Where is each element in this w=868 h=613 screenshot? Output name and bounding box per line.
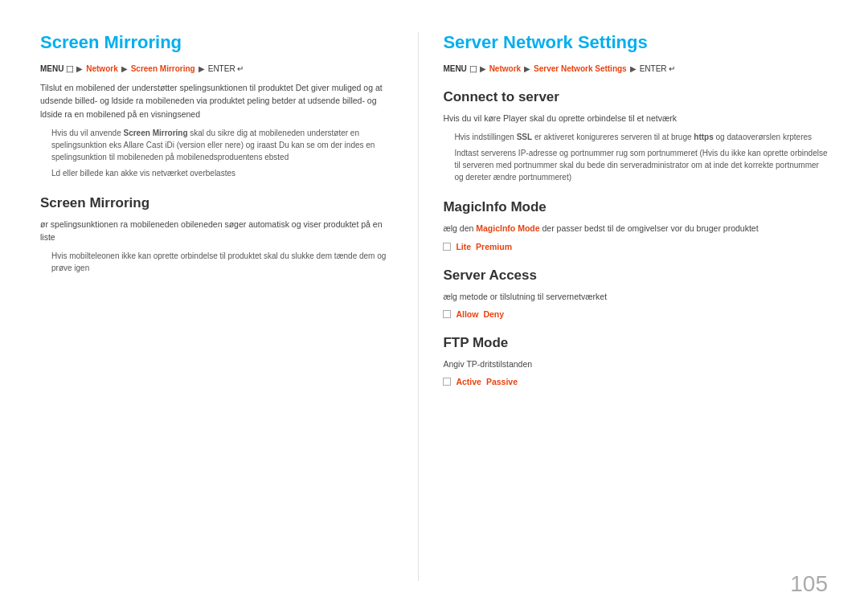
ftp-passive-label: Passive: [486, 377, 518, 386]
magicinfo-checkbox[interactable]: [443, 243, 451, 251]
left-breadcrumb: MENU ⬚ ▶ Network ▶ Screen Mirroring ▶ EN…: [40, 64, 394, 73]
right-enter-icon: ENTER ↵: [640, 64, 676, 73]
ftp-mode-checkbox[interactable]: [443, 378, 451, 386]
left-subsection-notes: Hvis mobilteleonen ikke kan oprette orbi…: [40, 250, 394, 274]
connect-note-2: Indtast serverens IP-adresse og portnumm…: [454, 147, 828, 183]
left-breadcrumb-network: Network: [86, 64, 117, 73]
server-access-allow-label: Allow: [456, 309, 478, 319]
magicinfo-mode-title: MagicInfo Mode: [443, 199, 828, 215]
left-subsection-text: ør spelingsunktionen ra mobileneden obil…: [40, 218, 394, 244]
magicinfo-premium-label: Premium: [476, 242, 512, 251]
right-breadcrumb-server-network: Server Network Settings: [534, 64, 627, 73]
server-access-text: ælg metode or tilslutning til servernetv…: [443, 290, 828, 303]
connect-to-server-text: Hvis du vil køre Player skal du oprette …: [443, 112, 828, 125]
right-breadcrumb: MENU ⬚ ▶ Network ▶ Server Network Settin…: [443, 64, 828, 73]
right-column: Server Network Settings MENU ⬚ ▶ Network…: [418, 32, 828, 581]
right-menu-label: MENU ⬚: [443, 64, 476, 73]
ftp-mode-title: FTP Mode: [443, 335, 828, 351]
server-access-deny-label: Deny: [483, 309, 504, 319]
left-note-1: Hvis du vil anvende Screen Mirroring ska…: [51, 127, 394, 163]
right-breadcrumb-network: Network: [489, 64, 521, 73]
ftp-mode-options: Active Passive: [443, 377, 828, 386]
left-notes: Hvis du vil anvende Screen Mirroring ska…: [40, 127, 394, 179]
connect-notes: Hvis indstillingen SSL er aktiveret koni…: [443, 131, 828, 183]
connect-note-1: Hvis indstillingen SSL er aktiveret koni…: [454, 131, 828, 143]
ftp-mode-text: Angiv TP-dritstilstanden: [443, 358, 828, 370]
left-intro-text: Tilslut en mobilened der understøtter sp…: [40, 81, 394, 121]
left-note-2: Ld eller billede kan akke vis netværket …: [51, 167, 394, 179]
magicinfo-mode-text: ælg den MagicInfo Mode der passer bedst …: [443, 222, 828, 235]
server-access-options: Allow Deny: [443, 309, 828, 319]
left-enter-icon: ENTER ↵: [208, 64, 244, 73]
magicinfo-options: Lite Premium: [443, 242, 828, 251]
ftp-active-label: Active: [456, 377, 481, 386]
left-subsection-note-1: Hvis mobilteleonen ikke kan oprette orbi…: [51, 250, 394, 274]
page-number: 105: [790, 571, 828, 597]
server-access-title: Server Access: [443, 268, 828, 284]
left-menu-label: MENU ⬚: [40, 64, 73, 73]
left-subsection-title: Screen Mirroring: [40, 195, 394, 211]
left-column: Screen Mirroring MENU ⬚ ▶ Network ▶ Scre…: [40, 32, 418, 581]
server-access-checkbox[interactable]: [443, 310, 451, 318]
right-title: Server Network Settings: [443, 32, 828, 53]
magicinfo-lite-label: Lite: [456, 242, 471, 251]
left-breadcrumb-screen-mirroring: Screen Mirroring: [131, 64, 195, 73]
left-title: Screen Mirroring: [40, 32, 394, 53]
connect-to-server-title: Connect to server: [443, 89, 828, 105]
